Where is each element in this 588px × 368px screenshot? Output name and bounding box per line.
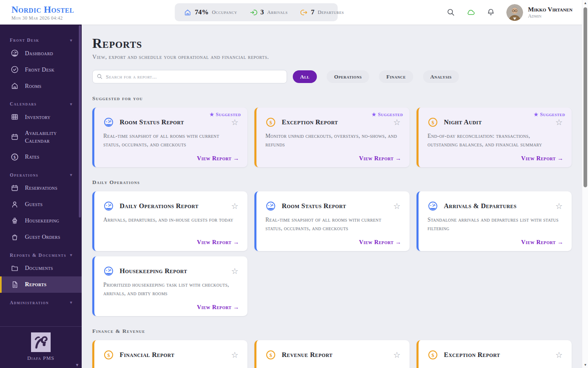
filter-pill-analysis[interactable]: Analysis xyxy=(423,70,459,83)
card-header: Housekeeping Report☆ xyxy=(103,266,239,276)
sidebar-section-operations[interactable]: Operations▾ xyxy=(0,168,82,180)
sidebar-section-reports-documents[interactable]: Reports & Documents▾ xyxy=(0,249,82,260)
sidebar-section-calendars[interactable]: Calendars▾ xyxy=(0,97,82,109)
section-title-suggested-for-you: Suggested for you xyxy=(92,95,572,102)
stat-arrivals: 3Arrivals xyxy=(249,8,288,16)
arrow-right-icon: → xyxy=(557,155,564,162)
arrival-icon xyxy=(249,9,257,16)
page-scrollbar[interactable]: ▲ ▼ xyxy=(582,0,588,368)
sidebar-item-rates[interactable]: $Rates xyxy=(0,149,82,165)
favorite-star-icon[interactable]: ☆ xyxy=(392,202,401,210)
view-report-link[interactable]: View Report→ xyxy=(197,304,239,311)
circle-check-icon xyxy=(11,65,19,74)
stat-value: 74% xyxy=(195,8,209,16)
suggested-badge: ★Suggested xyxy=(534,112,565,118)
cloud-sync-icon[interactable] xyxy=(466,8,475,17)
dollar-circle-icon: $ xyxy=(428,350,438,360)
sidebar-item-label: Rates xyxy=(25,153,40,161)
view-report-link[interactable]: View Report→ xyxy=(521,239,564,246)
card-description: Prioritized housekeeping task list with … xyxy=(103,281,239,304)
report-card-financial-report: $Financial Report☆View Report→ xyxy=(92,340,247,368)
sidebar-section-administration[interactable]: Administration▾ xyxy=(0,296,82,307)
stat-value: 7 xyxy=(311,8,315,16)
arrow-right-icon: → xyxy=(395,239,401,245)
chevron-down-icon: ▾ xyxy=(70,300,73,305)
home-icon xyxy=(11,82,19,90)
favorite-star-icon[interactable]: ☆ xyxy=(392,351,401,359)
file-icon xyxy=(11,280,19,289)
search-icon xyxy=(96,73,103,80)
view-report-link[interactable]: View Report→ xyxy=(521,155,564,162)
top-header: Nordic Hostel Mon 30 Mar 2026 04:42 74%O… xyxy=(0,0,588,25)
sidebar-item-front-desk[interactable]: Front Desk xyxy=(0,61,82,78)
favorite-star-icon[interactable]: ☆ xyxy=(555,118,564,126)
sidebar-section-front-desk[interactable]: Front Desk▾ xyxy=(0,34,82,45)
report-card-arrivals-departures: Arrivals & Departures☆Standalone arrival… xyxy=(416,191,572,251)
sidebar-item-dashboard[interactable]: Dashboard xyxy=(0,45,82,61)
sidebar-scrollbar-thumb[interactable] xyxy=(79,25,81,218)
bell-icon[interactable] xyxy=(486,8,495,17)
page-scrollbar-thumb[interactable] xyxy=(584,7,587,187)
broom-icon xyxy=(11,217,19,225)
grid-icon xyxy=(11,113,19,121)
view-report-link[interactable]: View Report→ xyxy=(359,155,401,162)
star-filled-icon: ★ xyxy=(209,112,214,117)
sidebar-item-reservations[interactable]: Reservations xyxy=(0,180,82,196)
sidebar-item-label: Reservations xyxy=(25,184,58,192)
diafa-label: Diafa PMS xyxy=(0,355,82,361)
person-icon xyxy=(11,200,19,209)
sidebar-item-documents[interactable]: Documents xyxy=(0,260,82,276)
report-card-housekeeping-report: Housekeeping Report☆Prioritized housekee… xyxy=(92,256,247,316)
sidebar-item-inventory[interactable]: Inventory xyxy=(0,109,82,125)
report-card-room-status-report: ★SuggestedRoom Status Report☆Real-time s… xyxy=(92,108,247,167)
sidebar-item-label: Dashboard xyxy=(25,49,53,57)
user-role: Admin xyxy=(528,13,572,19)
calendar-icon xyxy=(11,133,19,141)
card-title: Exception Report xyxy=(282,118,387,126)
sidebar-footer: ▼ Diafa PMS xyxy=(0,326,82,368)
report-search-input[interactable] xyxy=(92,70,287,83)
sidebar-item-rooms[interactable]: Rooms xyxy=(0,78,82,94)
sidebar-scroll-down-icon[interactable]: ▼ xyxy=(75,363,79,367)
filter-pill-finance[interactable]: Finance xyxy=(379,70,413,83)
favorite-star-icon[interactable]: ☆ xyxy=(230,202,239,210)
filter-pill-all[interactable]: All xyxy=(293,70,317,83)
card-header: Room Status Report☆ xyxy=(103,117,239,128)
view-report-link[interactable]: View Report→ xyxy=(359,239,401,246)
favorite-star-icon[interactable]: ☆ xyxy=(555,351,564,359)
svg-text:$: $ xyxy=(13,155,16,159)
avatar xyxy=(506,4,523,21)
card-title: Housekeeping Report xyxy=(120,267,225,275)
sidebar-item-availability-calendar[interactable]: Availability Calendar xyxy=(0,125,82,149)
favorite-star-icon[interactable]: ☆ xyxy=(230,267,239,275)
scroll-up-icon[interactable]: ▲ xyxy=(582,1,588,5)
departure-icon xyxy=(300,9,308,16)
gauge-icon xyxy=(103,201,114,211)
arrow-right-icon: → xyxy=(233,304,239,310)
star-filled-icon: ★ xyxy=(534,112,538,117)
dollar-circle-icon: $ xyxy=(103,350,114,360)
sidebar-item-reports[interactable]: Reports xyxy=(0,276,82,293)
suggested-badge-label: Suggested xyxy=(216,112,241,117)
favorite-star-icon[interactable]: ☆ xyxy=(230,351,239,359)
sidebar-item-guests[interactable]: Guests xyxy=(0,196,82,213)
user-menu[interactable]: Mikko Virtanen Admin xyxy=(506,4,572,21)
scroll-down-icon[interactable]: ▼ xyxy=(582,363,588,367)
home-icon xyxy=(184,9,192,16)
card-header: Room Status Report☆ xyxy=(265,201,401,211)
section-title-daily-operations: Daily Operations xyxy=(92,179,572,186)
sidebar-item-guest-orders[interactable]: Guest Orders xyxy=(0,229,82,245)
favorite-star-icon[interactable]: ☆ xyxy=(555,202,564,210)
search-icon[interactable] xyxy=(446,8,455,17)
main-content: Reports View, export and schedule your o… xyxy=(82,25,582,368)
favorite-star-icon[interactable]: ☆ xyxy=(230,118,239,126)
view-report-label: View Report xyxy=(359,155,394,162)
view-report-link[interactable]: View Report→ xyxy=(197,239,239,246)
card-title: Financial Report xyxy=(120,351,225,359)
view-report-link[interactable]: View Report→ xyxy=(197,155,239,162)
sidebar-item-label: Documents xyxy=(25,264,53,272)
favorite-star-icon[interactable]: ☆ xyxy=(392,118,401,126)
filter-pill-operations[interactable]: Operations xyxy=(327,70,369,83)
card-header: $Revenue Report☆ xyxy=(265,350,401,360)
sidebar-item-housekeeping[interactable]: Housekeeping xyxy=(0,213,82,229)
